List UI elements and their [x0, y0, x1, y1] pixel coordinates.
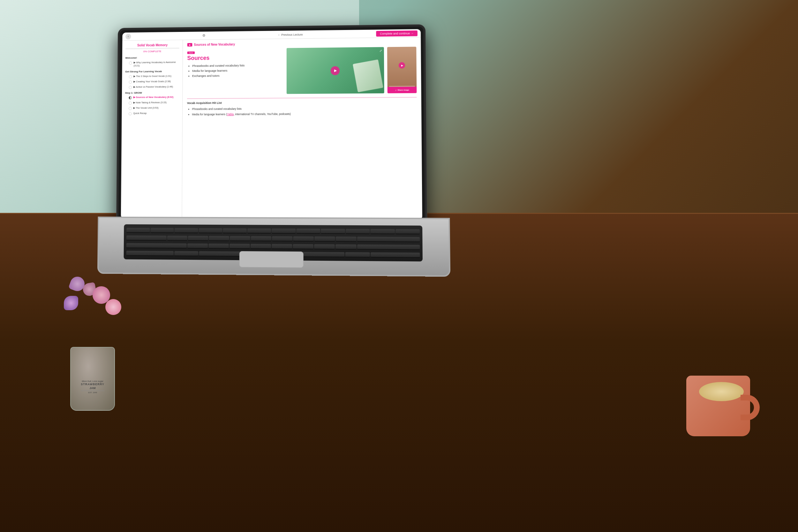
sidebar-item-label: ▶ Creating Your Vocab Goals (2:38)	[133, 80, 171, 83]
progress-bar-container	[126, 48, 179, 50]
sources-heading: Sources	[187, 54, 283, 62]
item-checkbox-icon	[129, 107, 132, 110]
screen-ui: ‹ ⚙ ← Previous Lecture Complete and cont…	[121, 29, 422, 220]
key	[127, 235, 167, 241]
key	[150, 228, 174, 233]
video-area: Save Sources Phrasebooks and curated voc…	[187, 46, 417, 94]
key	[296, 228, 320, 234]
prev-lecture-button[interactable]: ← Previous Lecture	[278, 33, 303, 36]
key	[357, 236, 420, 242]
gear-icon[interactable]: ⚙	[202, 34, 206, 38]
flower-petal	[93, 286, 110, 304]
key	[370, 252, 420, 258]
key	[345, 252, 369, 258]
sidebar-item-label: ▶ Note Taking & Reviews (3:15)	[133, 101, 167, 104]
item-checkbox-icon	[129, 80, 132, 83]
key-row	[127, 227, 420, 235]
item-checkbox-icon	[129, 112, 132, 115]
cup-handle	[741, 395, 760, 420]
sidebar-item-sources[interactable]: ▶ Sources of New Vocabulary (8:02)	[122, 94, 183, 100]
back-button[interactable]: ‹	[126, 34, 131, 39]
step1-section-title: Step 1: GROW	[122, 89, 182, 95]
key	[293, 244, 314, 250]
key	[336, 245, 356, 250]
share-label: Share image	[397, 89, 409, 91]
key	[167, 235, 187, 241]
play-button[interactable]	[331, 66, 340, 75]
key	[314, 244, 335, 250]
item-checkbox-icon	[129, 62, 132, 65]
video-player[interactable]: ⤢	[286, 47, 384, 94]
yabla-link[interactable]: Yabla	[227, 113, 234, 116]
sidebar-item-quick-recap[interactable]: Quick Recap	[121, 110, 182, 116]
vase-label: More fruit, Less sugar STRAWBERRY JAM ES…	[81, 380, 104, 394]
item-checkbox-icon	[129, 101, 132, 105]
welcome-section-title: Welcome!	[122, 54, 183, 60]
progress-label: 0% COMPLETE	[126, 50, 180, 53]
flower-vase: More fruit, Less sugar STRAWBERRY JAM ES…	[57, 283, 128, 411]
section-title-text: Sources of New Vocabulary	[194, 42, 235, 46]
sidebar-item-3steps[interactable]: ▶ The 3 Steps to Good Vocab (1:01)	[122, 73, 182, 79]
item-checkbox-icon	[129, 96, 132, 99]
key	[174, 251, 198, 256]
vase-body: More fruit, Less sugar STRAWBERRY JAM ES…	[70, 347, 115, 411]
key	[247, 228, 271, 233]
key	[272, 228, 296, 234]
key	[127, 243, 187, 249]
hit-list-item: Media for language learners (Yabla, inte…	[192, 111, 417, 117]
key	[346, 229, 370, 234]
bullet-item: Exchanges and tutors	[192, 73, 283, 78]
laptop: ‹ ⚙ ← Previous Lecture Complete and cont…	[97, 24, 450, 277]
key-row	[127, 234, 420, 243]
left-panel: Save Sources Phrasebooks and curated voc…	[187, 48, 283, 95]
laptop-trackpad[interactable]	[240, 251, 304, 268]
hit-list-title: Vocab Acquisition Hit List	[187, 100, 417, 105]
laptop-screen[interactable]: ‹ ⚙ ← Previous Lecture Complete and cont…	[121, 29, 422, 220]
key	[321, 228, 345, 234]
key	[370, 229, 395, 234]
key	[174, 228, 198, 233]
key	[272, 244, 292, 249]
key	[127, 228, 150, 233]
save-badge[interactable]: Save	[187, 51, 195, 54]
sources-bullet-list: Phrasebooks and curated vocabulary lists…	[187, 62, 283, 78]
sidebar-item-active-passive[interactable]: ▶ Active vs Passive Vocabulary (1:46)	[122, 84, 182, 90]
video-mini-panel[interactable]: ↗ Share image	[387, 46, 417, 93]
expand-icon[interactable]: ⤢	[380, 49, 382, 52]
item-checkbox-icon	[129, 75, 132, 78]
key	[223, 228, 246, 233]
mini-play-button[interactable]	[399, 62, 405, 69]
main-content: Sources of New Vocabulary Save Sources P…	[182, 37, 422, 220]
sidebar-item-why-vocab[interactable]: ▶ Why Learning Vocabulary is Awesome (3:…	[122, 60, 183, 68]
sidebar-title: Solid Vocab Memory	[126, 43, 179, 47]
sidebar: Solid Vocab Memory 0% COMPLETE Welcome! …	[121, 40, 183, 218]
sidebar-item-vocab-unit[interactable]: ▶ The Vocab Unit (3:53)	[122, 105, 183, 111]
sidebar-item-label: ▶ Why Learning Vocabulary is Awesome (3:…	[134, 61, 179, 67]
sidebar-item-label: ▶ The Vocab Unit (3:53)	[133, 106, 159, 110]
sidebar-item-vocab-goals[interactable]: ▶ Creating Your Vocab Goals (2:38)	[122, 79, 182, 84]
key	[230, 236, 250, 241]
key	[188, 236, 208, 241]
key	[187, 244, 208, 249]
flower-petal	[64, 296, 78, 310]
sidebar-header: Solid Vocab Memory 0% COMPLETE	[122, 40, 183, 55]
video-book-image	[353, 59, 383, 92]
key-row	[127, 242, 420, 251]
key	[208, 244, 229, 249]
key	[251, 244, 271, 249]
complete-continue-button[interactable]: Complete and continue →	[376, 30, 418, 36]
hit-list-section: Vocab Acquisition Hit List Phrasebooks a…	[187, 97, 417, 117]
key	[126, 251, 174, 256]
content-section-title: Sources of New Vocabulary	[187, 40, 416, 46]
laptop-screen-outer: ‹ ⚙ ← Previous Lecture Complete and cont…	[116, 24, 427, 224]
key	[251, 236, 271, 241]
share-bar[interactable]: ↗ Share image	[387, 87, 417, 94]
sidebar-item-label: Quick Recap	[133, 112, 147, 115]
key	[293, 236, 314, 242]
sidebar-item-notetaking[interactable]: ▶ Note Taking & Reviews (3:15)	[122, 100, 183, 106]
flower-petal	[105, 299, 121, 315]
key	[209, 236, 229, 241]
key	[315, 236, 335, 242]
key	[336, 236, 357, 242]
item-checkbox-icon	[129, 86, 132, 89]
